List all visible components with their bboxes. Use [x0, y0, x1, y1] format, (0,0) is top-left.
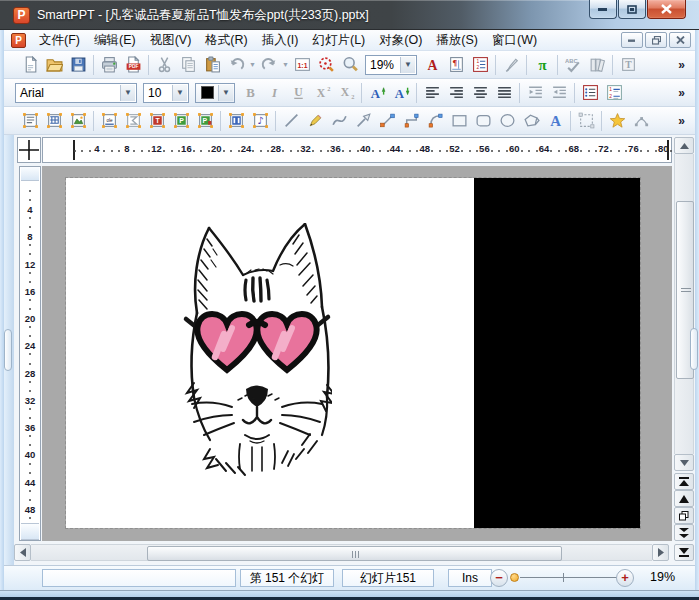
font-size-dropdown-arrow[interactable]: ▼ [172, 85, 187, 101]
slide[interactable] [66, 178, 640, 528]
zoom-out-button[interactable]: − [490, 569, 508, 587]
superscript-button[interactable]: X2 [310, 81, 334, 105]
bullet-list-button[interactable] [578, 81, 602, 105]
zoom-slider-thumb[interactable] [510, 573, 519, 582]
italic-button[interactable]: I [262, 81, 286, 105]
ruler-origin-button[interactable] [17, 137, 41, 163]
pencil-tool-button[interactable] [303, 109, 327, 133]
zoom-tool-button[interactable] [338, 53, 362, 77]
minimize-button[interactable] [589, 0, 617, 19]
redo-button[interactable] [257, 53, 281, 77]
cat-illustration[interactable] [182, 223, 332, 479]
font-color-dropdown-arrow[interactable]: ▼ [218, 85, 233, 101]
horizontal-scroll-track[interactable] [31, 544, 652, 561]
mdi-restore-button[interactable] [645, 32, 667, 48]
align-left-button[interactable] [420, 81, 444, 105]
decrease-indent-button[interactable] [523, 81, 547, 105]
line-tool-button[interactable] [279, 109, 303, 133]
scroll-left-button[interactable] [14, 544, 31, 561]
redo-dropdown-arrow[interactable]: ▼ [281, 54, 290, 76]
zoom-region-button[interactable] [314, 53, 338, 77]
text-frame-button[interactable] [18, 109, 42, 133]
image-frame-button[interactable] [66, 109, 90, 133]
toolbar-overflow-chevron[interactable]: » [678, 86, 685, 100]
ellipse-tool-button[interactable] [495, 109, 519, 133]
font-size-combobox[interactable]: 10▼ [143, 83, 189, 103]
rounded-rectangle-tool-button[interactable] [471, 109, 495, 133]
copy-button[interactable] [176, 53, 200, 77]
subscript-button[interactable]: X2 [334, 81, 358, 105]
zoom-dropdown-arrow[interactable]: ▼ [400, 57, 415, 73]
right-splitter-grip[interactable] [690, 328, 698, 370]
scroll-right-button[interactable] [652, 544, 669, 561]
last-slide-button[interactable] [674, 544, 694, 561]
export-pdf-button[interactable]: PDF [121, 53, 145, 77]
text-style-button[interactable]: T [616, 53, 640, 77]
document-icon[interactable]: P [11, 33, 26, 48]
freeform-tool-button[interactable] [519, 109, 543, 133]
horizontal-scrollbar[interactable] [14, 544, 669, 561]
scroll-up-button[interactable] [674, 137, 694, 154]
menu-item-8[interactable]: 窗口(W) [485, 30, 544, 51]
menu-item-6[interactable]: 对象(O) [372, 30, 429, 51]
menu-item-7[interactable]: 播放(S) [429, 30, 485, 51]
justify-button[interactable] [492, 81, 516, 105]
left-splitter-grip[interactable] [4, 329, 12, 371]
bold-button[interactable]: B [238, 81, 262, 105]
mdi-close-button[interactable] [669, 32, 691, 48]
outline-numbering-button[interactable]: 12 [468, 53, 492, 77]
menu-item-5[interactable]: 幻灯片(L) [305, 30, 372, 51]
underline-button[interactable]: U [286, 81, 310, 105]
save-button[interactable] [66, 53, 90, 77]
open-folder-button[interactable] [42, 53, 66, 77]
slide-navigator-button[interactable] [674, 507, 694, 524]
zoom-in-button[interactable]: + [616, 569, 634, 587]
increase-indent-button[interactable] [547, 81, 571, 105]
menu-item-4[interactable]: 插入(I) [255, 30, 306, 51]
audio-frame-button[interactable]: ♪ [248, 109, 272, 133]
vertical-scroll-track[interactable] [674, 154, 694, 454]
grow-font-button[interactable]: A [365, 81, 389, 105]
paste-button[interactable] [200, 53, 224, 77]
rectangle-tool-button[interactable] [447, 109, 471, 133]
select-objects-button[interactable] [574, 109, 598, 133]
connector-tool-button[interactable] [375, 109, 399, 133]
curved-connector-tool-button[interactable] [423, 109, 447, 133]
font-color-combobox[interactable]: ▼ [195, 83, 235, 103]
shrink-font-button[interactable]: A [389, 81, 413, 105]
align-right-button[interactable] [444, 81, 468, 105]
slide-black-background[interactable] [474, 178, 640, 528]
horizontal-ruler[interactable]: 48121620242832364044485256606468727680 [42, 137, 672, 163]
wordart-tool-button[interactable]: A [543, 109, 567, 133]
vertical-ruler[interactable]: 4812162024283236404448 [19, 166, 41, 541]
video-frame-button[interactable] [224, 109, 248, 133]
formula-frame-button[interactable] [121, 109, 145, 133]
menu-item-2[interactable]: 视图(V) [143, 30, 199, 51]
menu-item-1[interactable]: 编辑(E) [87, 30, 143, 51]
elbow-connector-tool-button[interactable] [399, 109, 423, 133]
next-slide-button[interactable] [674, 524, 694, 541]
mdi-minimize-button[interactable] [621, 32, 643, 48]
cut-button[interactable] [152, 53, 176, 77]
formula-pi-button[interactable]: π [530, 53, 554, 77]
title-frame-button[interactable]: T [145, 109, 169, 133]
actual-size-button[interactable]: 1:1 [290, 53, 314, 77]
paragraph-format-button[interactable]: ¶ [444, 53, 468, 77]
previous-slide-button[interactable] [674, 490, 694, 507]
numbered-list-button[interactable]: 12 [602, 81, 626, 105]
reference-books-button[interactable] [585, 53, 609, 77]
restore-button[interactable] [618, 0, 646, 19]
slide-canvas[interactable] [42, 166, 672, 541]
horizontal-scroll-thumb[interactable] [147, 546, 562, 561]
table-frame-button[interactable] [42, 109, 66, 133]
close-button[interactable] [647, 0, 686, 19]
format-painter-button[interactable] [499, 53, 523, 77]
menu-item-3[interactable]: 格式(R) [198, 30, 254, 51]
curve-tool-button[interactable] [327, 109, 351, 133]
menu-item-0[interactable]: 文件(F) [32, 30, 87, 51]
scroll-down-button[interactable] [674, 454, 694, 471]
ole-frame-button[interactable]: ole [97, 109, 121, 133]
spell-check-button[interactable]: ABC [561, 53, 585, 77]
undo-button[interactable] [224, 53, 248, 77]
first-slide-button[interactable] [674, 473, 694, 490]
